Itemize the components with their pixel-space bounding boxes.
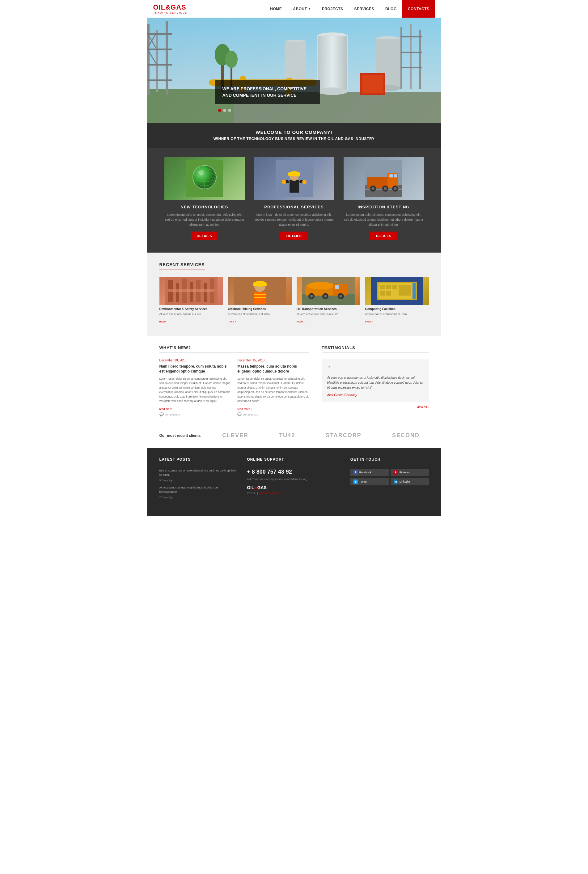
social-facebook[interactable]: f Facebook	[350, 469, 389, 476]
recent-services-section: RECENT SERVICES Environmental & Safety S…	[147, 252, 441, 336]
recent-title-4: Computing Facilities	[365, 307, 429, 311]
svg-rect-61	[394, 174, 397, 177]
testimonials-section: TESTIMONIALS " At vero eos et accusamus …	[322, 345, 429, 417]
svg-rect-50	[288, 174, 300, 176]
clients-label: Our most recent clients	[159, 434, 201, 438]
svg-rect-47	[290, 180, 299, 192]
list-item: Offshore Drilling Services At vero eos e…	[228, 277, 292, 324]
chevron-down-icon: ▼	[308, 8, 310, 10]
feature-btn-prof[interactable]: Details	[280, 231, 308, 240]
prof-illustration	[276, 160, 313, 197]
clients-logos: CLEVER TU42 STARCORP SECOND	[213, 432, 429, 439]
recent-img-4	[365, 277, 429, 305]
svg-rect-33	[400, 67, 422, 68]
footer-date-2: 7 Days Ago.	[159, 496, 238, 499]
testimonials-title: TESTIMONIALS	[322, 345, 429, 353]
logo: OIL&GAS TRADING SERVICES	[153, 3, 188, 14]
read-more-1[interactable]: read more	[159, 407, 174, 411]
svg-rect-76	[168, 289, 214, 292]
news-title-1: Nam libero tempore, cum soluta nobis est…	[159, 364, 231, 374]
news-item-1: December 20, 2013 Nam libero tempore, cu…	[159, 359, 231, 417]
feature-title-insp: INSPECTION &TESTING	[344, 205, 424, 209]
svg-point-87	[307, 282, 334, 289]
svg-rect-74	[204, 283, 207, 302]
testimonial-author: Alex Green, Germany	[327, 393, 423, 396]
recent-link-1[interactable]: more	[159, 320, 168, 323]
social-pinterest[interactable]: P Pinterest	[390, 469, 429, 476]
feature-btn-insp[interactable]: Details	[370, 231, 398, 240]
recent-link-4[interactable]: more	[365, 320, 373, 323]
news-date-2: December 15, 2013	[237, 359, 309, 362]
svg-point-37	[225, 51, 238, 68]
hero-dot-3[interactable]	[228, 109, 231, 112]
recent-desc-2: At vero eos et accusamus at iusto	[228, 312, 292, 317]
client-logo-clever: CLEVER	[222, 432, 248, 439]
svg-point-63	[371, 187, 375, 190]
news-meta-1: 💬 comments 0	[159, 412, 231, 416]
whats-new-title: WHAT'S NEW?	[159, 345, 309, 353]
footer-post-1: Ese et accusamus et iusto odgnissimos du…	[159, 469, 238, 477]
footer-privacy-link[interactable]: PRIVACY POLICY	[260, 492, 282, 495]
svg-rect-80	[253, 284, 267, 286]
footer-post-2: At accusamus et iusto odgnissimos ducimu…	[159, 486, 238, 494]
svg-rect-103	[386, 291, 391, 296]
footer-grid: LATEST POSTS Ese et accusamus et iusto o…	[159, 457, 429, 503]
hero-dot-1[interactable]	[218, 109, 221, 112]
feature-card-tech: NEW TECHNOLOGIES Lorem ipsum dolor sit a…	[164, 157, 245, 240]
svg-point-53	[282, 180, 286, 184]
feature-title-tech: NEW TECHNOLOGIES	[164, 205, 245, 209]
feature-desc-tech: Lorem ipsum dolor sit amet, consectetur …	[164, 212, 245, 227]
svg-rect-100	[386, 285, 391, 289]
footer-phone: + 8 800 757 43 92	[247, 469, 341, 475]
social-twitter[interactable]: t Twitter	[350, 478, 389, 485]
footer-date-1: 5 Days Ago.	[159, 479, 238, 482]
recent-link-2[interactable]: more	[228, 320, 236, 323]
svg-point-65	[384, 187, 387, 190]
read-more-2[interactable]: read more	[237, 407, 252, 411]
recent-link-3[interactable]: more	[297, 320, 304, 323]
news-item-2: December 15, 2013 Massa tempore, cum sol…	[237, 359, 309, 417]
feature-img-insp	[344, 157, 424, 200]
whats-new-section: WHAT'S NEW? December 20, 2013 Nam libero…	[159, 345, 309, 417]
nav-about[interactable]: ABOUT▼	[287, 0, 316, 18]
svg-point-93	[324, 294, 327, 298]
footer-get-in-touch: GET IN TOUCH f Facebook P Pinterest t Tw…	[350, 457, 429, 503]
hero-background	[147, 18, 441, 123]
recent-grid: Environmental & Safety Services At vero …	[159, 277, 429, 324]
nav-home[interactable]: HOME	[264, 0, 287, 18]
recent-img-2-svg	[228, 277, 292, 305]
svg-rect-89	[334, 285, 339, 289]
recent-services-title: RECENT SERVICES	[159, 262, 205, 270]
social-grid: f Facebook P Pinterest t Twitter in Link…	[350, 469, 429, 485]
hero-dot-2[interactable]	[223, 109, 226, 112]
footer-copyright: ©2011	[247, 492, 255, 495]
social-linkedin[interactable]: in LinkedIn	[390, 478, 429, 485]
client-logo-second: SECOND	[392, 432, 420, 439]
clients-section: Our most recent clients CLEVER TU42 STAR…	[147, 426, 441, 448]
svg-rect-6	[147, 33, 172, 35]
svg-rect-70	[176, 283, 179, 302]
view-all-button[interactable]: view all	[322, 405, 429, 409]
welcome-subheading: WINNER OF THE TECHNOLOGY BUSINESS REVIEW…	[159, 137, 429, 141]
news-title-2: Massa tempore, cum soluta nobis eligendi…	[237, 364, 309, 374]
nav-projects[interactable]: PROJECTS	[316, 0, 349, 18]
news-text-2: Lorem ipsum dolor sit amet, consectetur …	[237, 377, 309, 403]
comment-icon-1: 💬	[159, 412, 164, 416]
pinterest-icon: P	[394, 470, 398, 475]
nav-contacts[interactable]: CONTACTS	[402, 0, 435, 18]
list-item: Oil Transportation Services At vero eos …	[297, 277, 360, 324]
news-text-1: Lorem ipsum dolor sit amet, consectetur …	[159, 377, 231, 403]
news-meta-2: 💬 comments 0	[237, 412, 309, 416]
nav-blog[interactable]: BLOG	[380, 0, 402, 18]
main-nav: HOME ABOUT▼ PROJECTS SERVICES BLOG CONTA…	[264, 0, 435, 18]
svg-rect-60	[389, 174, 393, 177]
recent-services-title-wrapper: RECENT SERVICES	[159, 262, 429, 277]
feature-desc-insp: Lorem ipsum dolor sit amet, consectetur …	[344, 212, 424, 227]
recent-desc-3: At vero eos et accusamus at iusto	[297, 312, 360, 317]
feature-btn-tech[interactable]: Details	[190, 231, 219, 240]
svg-point-45	[198, 170, 204, 175]
svg-rect-82	[254, 294, 266, 295]
hero-section: WE ARE PROFESSIONAL, COMPETITIVE AND COM…	[147, 18, 441, 123]
nav-services[interactable]: SERVICES	[349, 0, 380, 18]
list-item: Environmental & Safety Services At vero …	[159, 277, 223, 324]
